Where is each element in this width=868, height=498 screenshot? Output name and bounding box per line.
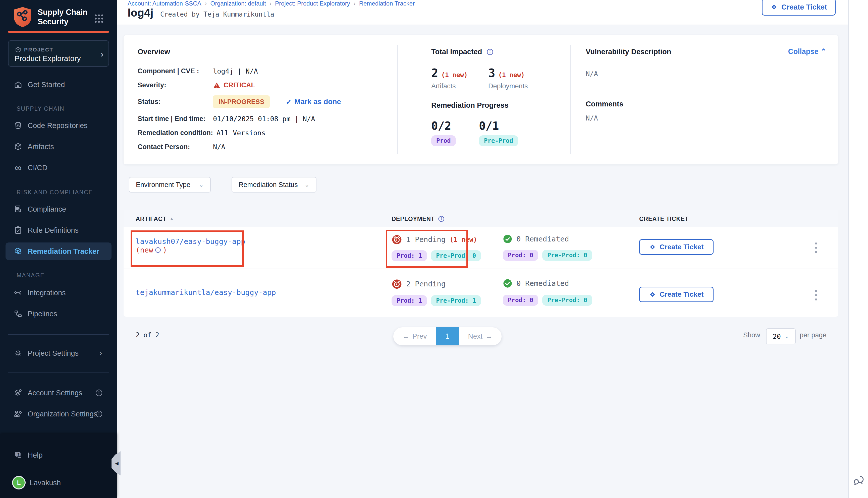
- page-number-active[interactable]: 1: [436, 327, 459, 345]
- sidebar-item-account-settings[interactable]: Account Settings: [5, 384, 112, 402]
- create-ticket-button[interactable]: Create Ticket: [639, 239, 714, 255]
- sidebar-item-artifacts[interactable]: Artifacts: [5, 138, 112, 155]
- page-size-select[interactable]: 20⌄: [766, 328, 796, 344]
- sidebar-item-organization-settings[interactable]: Organization Settings: [5, 405, 112, 423]
- pending-count: 1 Pending: [406, 235, 445, 244]
- artifact-link[interactable]: tejakummarikuntla/easy-buggy-app: [135, 288, 276, 297]
- remediation-status-filter[interactable]: Remediation Status⌄: [232, 177, 316, 193]
- preprod-badge: Pre-Prod: 0: [542, 250, 592, 261]
- prod-badge: Prod: 0: [503, 295, 538, 306]
- section-risk-compliance: RISK AND COMPLIANCE: [16, 189, 93, 196]
- avatar[interactable]: L: [13, 477, 25, 488]
- sidebar-item-project-settings[interactable]: Project Settings ›: [5, 344, 112, 362]
- info-icon[interactable]: [95, 410, 103, 418]
- condition-label: Remediation condition:: [138, 129, 213, 137]
- clipboard-check-icon: [13, 226, 23, 235]
- arrow-right-icon: →: [485, 332, 493, 340]
- jira-diamond-icon: [649, 244, 656, 250]
- jira-diamond-icon: [770, 3, 778, 11]
- preprod-badge: Pre-Prod: [479, 135, 518, 146]
- sidebar-item-cicd[interactable]: ∞ CI/CD: [5, 159, 112, 176]
- artifact-link[interactable]: lavakush07/easy-buggy-app: [135, 237, 245, 246]
- remediated-count: 0 Remediated: [516, 235, 569, 243]
- infinity-icon: ∞: [13, 163, 23, 172]
- sort-ascending-icon[interactable]: ▲: [170, 216, 174, 221]
- sidebar-item-code-repositories[interactable]: Code Repositories: [5, 117, 112, 134]
- info-icon[interactable]: [155, 247, 161, 253]
- project-name: Product Exploratory: [15, 54, 81, 63]
- breadcrumb-account[interactable]: Account: Automation-SSCA: [128, 0, 201, 7]
- next-page-button[interactable]: Next→: [459, 327, 502, 345]
- sidebar-item-pipelines[interactable]: Pipelines: [5, 305, 112, 323]
- row-menu-kebab-icon[interactable]: [811, 287, 821, 303]
- create-ticket-button[interactable]: Create Ticket: [639, 287, 714, 302]
- collapse-toggle[interactable]: Collapse ⌃: [788, 47, 827, 56]
- remediated-count: 0 Remediated: [516, 279, 569, 288]
- project-label: PROJECT: [24, 47, 53, 53]
- page-header: Account: Automation-SSCA›Organization: d…: [117, 0, 848, 25]
- artifacts-table: ARTIFACT ▲ DEPLOYMENT CREATE TICKET lava…: [124, 210, 838, 317]
- contact-value: N/A: [213, 143, 225, 151]
- environment-type-filter[interactable]: Environment Type⌄: [129, 177, 211, 193]
- check-circle-icon: [503, 234, 513, 244]
- home-icon: [13, 80, 23, 89]
- sidebar-item-remediation-tracker[interactable]: Remediation Tracker: [5, 243, 112, 260]
- sidebar-item-integrations[interactable]: Integrations: [5, 284, 112, 301]
- deployments-stat: 3(1 new) Deployments: [488, 66, 528, 90]
- sidebar-item-label: Integrations: [28, 289, 66, 297]
- info-icon[interactable]: [438, 215, 445, 222]
- preprod-badge: Pre-Prod: 1: [431, 295, 481, 306]
- overview-card: Overview Component | CVE : log4j | N/A S…: [124, 35, 838, 165]
- breadcrumb-project[interactable]: Project: Product Exploratory: [275, 0, 350, 7]
- pipelines-icon: [13, 309, 23, 318]
- deployment-pending-cell: 1 Pending (1 new) Prod: 1 Pre-Prod: 0: [391, 234, 481, 261]
- breadcrumb: Account: Automation-SSCA›Organization: d…: [128, 0, 415, 7]
- status-badge: IN-PROGRESS: [213, 95, 270, 108]
- sidebar-item-get-started[interactable]: Get Started: [5, 76, 112, 93]
- shield-logo-icon: [13, 6, 32, 28]
- chevron-down-icon: ⌄: [305, 181, 309, 188]
- project-selector[interactable]: PROJECT Product Exploratory ›: [8, 40, 109, 67]
- chat-support-icon[interactable]: [852, 474, 865, 487]
- table-row: lavakush07/easy-buggy-app (new ): [124, 227, 838, 269]
- sidebar-item-help[interactable]: ? Help: [5, 446, 112, 464]
- breadcrumb-organization[interactable]: Organization: default: [210, 0, 266, 7]
- module-grid-icon[interactable]: [93, 13, 104, 24]
- pending-clock-icon: [391, 279, 402, 289]
- user-menu[interactable]: L Lavakush: [5, 474, 112, 492]
- artifact-cell: lavakush07/easy-buggy-app (new ): [135, 237, 245, 254]
- deployments-count: 3: [488, 66, 495, 80]
- sidebar-item-label: Account Settings: [28, 389, 82, 397]
- info-icon[interactable]: [95, 389, 103, 397]
- sidebar-item-label: Get Started: [28, 81, 65, 89]
- chevron-down-icon: ⌄: [199, 181, 204, 188]
- code-repository-icon: [13, 121, 23, 130]
- mark-as-done-button[interactable]: ✓ Mark as done: [286, 97, 341, 106]
- column-artifact[interactable]: ARTIFACT ▲: [135, 210, 174, 227]
- warning-triangle-icon: [213, 82, 221, 89]
- contact-label: Contact Person:: [138, 143, 213, 151]
- column-create-ticket: CREATE TICKET: [639, 210, 689, 227]
- sidebar-item-label: Code Repositories: [28, 121, 88, 130]
- breadcrumb-page[interactable]: Remediation Tracker: [359, 0, 415, 7]
- info-icon[interactable]: [486, 48, 494, 56]
- total-impacted-heading: Total Impacted: [431, 48, 494, 56]
- remediation-progress-heading: Remediation Progress: [431, 101, 509, 109]
- sidebar-item-label: Rule Definitions: [28, 226, 79, 234]
- pending-new-count: (1 new): [450, 236, 477, 243]
- overview-heading: Overview: [138, 48, 170, 56]
- description-column: Vulnerability Description Collapse ⌃ N/A…: [586, 35, 838, 165]
- prev-page-button[interactable]: ←Prev: [393, 327, 436, 345]
- check-icon: ✓: [286, 97, 292, 106]
- artifacts-stat: 2(1 new) Artifacts: [431, 66, 468, 90]
- condition-value: All Versions: [217, 129, 265, 137]
- divider: [8, 372, 109, 372]
- component-cve-label: Component | CVE :: [138, 67, 213, 75]
- gear-icon: [13, 349, 23, 358]
- create-ticket-button[interactable]: Create Ticket: [762, 0, 835, 16]
- sidebar-item-rule-definitions[interactable]: Rule Definitions: [5, 221, 112, 239]
- sidebar-item-compliance[interactable]: Compliance: [5, 200, 112, 218]
- sidebar-footer: ? Help L Lavakush: [0, 434, 117, 498]
- section-supply-chain: SUPPLY CHAIN: [16, 105, 65, 112]
- row-menu-kebab-icon[interactable]: [811, 240, 821, 256]
